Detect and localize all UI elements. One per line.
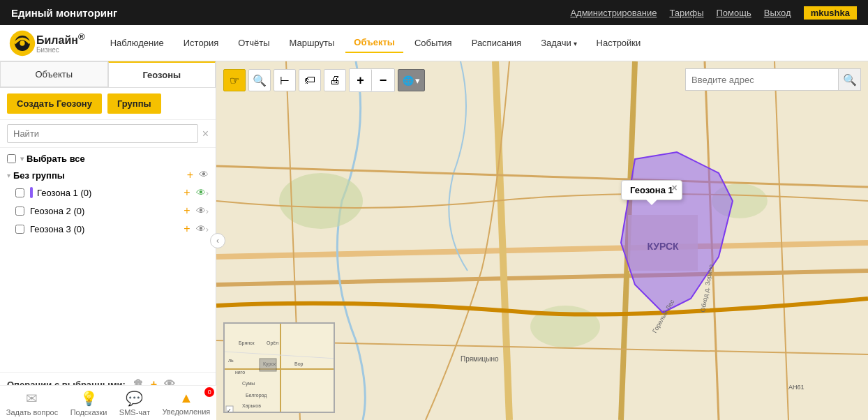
geozone2-label: Геозона 2 (0) bbox=[30, 206, 184, 216]
tooltip-close-button[interactable]: × bbox=[672, 182, 678, 193]
svg-text:✓: ✓ bbox=[227, 407, 232, 413]
group-no-group: ▾ Без группы + 👁 bbox=[0, 167, 216, 183]
search-input[interactable] bbox=[7, 124, 198, 143]
footer-hints[interactable]: 💡 Подсказки bbox=[70, 390, 107, 417]
user-badge[interactable]: mkushka bbox=[804, 6, 857, 20]
nav-reports[interactable]: Отчёты bbox=[230, 33, 278, 52]
tag-tool-button[interactable]: 🏷 bbox=[299, 69, 321, 91]
nav-objects[interactable]: Объекты bbox=[345, 33, 403, 53]
svg-text:Орёл: Орёл bbox=[267, 340, 278, 346]
nav-routes[interactable]: Маршруты bbox=[281, 33, 343, 52]
group-eye-icon[interactable]: 👁 bbox=[199, 169, 209, 181]
select-all-row: ▾ Выбрать все bbox=[0, 151, 216, 167]
top-bar: Единый мониторинг Администрирование Тари… bbox=[0, 0, 868, 25]
geozone3-label: Геозона 3 (0) bbox=[30, 224, 184, 234]
logout-link[interactable]: Выход bbox=[764, 8, 791, 18]
svg-point-2 bbox=[20, 40, 24, 45]
pointer-tool-button[interactable]: ☞ bbox=[223, 69, 246, 91]
sidebar-tabs: Объекты Геозоны bbox=[0, 61, 216, 88]
layer-arrow-icon: ▾ bbox=[415, 75, 420, 86]
svg-text:Харьков: Харьков bbox=[242, 403, 261, 409]
svg-text:ль: ль bbox=[228, 358, 234, 363]
svg-text:АН61: АН61 bbox=[788, 384, 805, 391]
tariff-link[interactable]: Тарифы bbox=[669, 8, 703, 18]
footer-notifications[interactable]: ▲ 0 Уведомления bbox=[162, 390, 210, 416]
group-label: Без группы bbox=[13, 170, 65, 181]
geozone2-checkbox[interactable] bbox=[15, 207, 24, 216]
top-bar-right: Администрирование Тарифы Помощь Выход mk… bbox=[570, 6, 857, 20]
logo-area: Билайн® Бизнес bbox=[8, 29, 85, 57]
sms-chat-icon: 💬 bbox=[126, 390, 143, 407]
footer-ask-question[interactable]: ✉ Задать вопрос bbox=[6, 390, 58, 417]
mini-map: Брянск Орёл ль ниго Курск Вор Сумы Белго… bbox=[223, 322, 335, 413]
zoom-tool-button[interactable]: 🔍 bbox=[248, 69, 271, 91]
group-add-icon[interactable]: + bbox=[187, 169, 193, 181]
tooltip-label: Геозона 1 bbox=[630, 185, 673, 195]
search-clear-button[interactable]: × bbox=[202, 128, 209, 140]
svg-text:ниго: ниго bbox=[235, 370, 245, 375]
geozone2-chevron-icon[interactable]: › bbox=[206, 206, 209, 216]
geozone-tooltip: × Геозона 1 bbox=[621, 180, 682, 200]
create-geozone-button[interactable]: Создать Геозону bbox=[7, 93, 102, 114]
zoom-controls: + − bbox=[349, 68, 395, 92]
sidebar: Объекты Геозоны Создать Геозону Группы ×… bbox=[0, 61, 216, 420]
tree-area: ▾ Выбрать все ▾ Без группы + 👁 Геозона 1… bbox=[0, 148, 216, 372]
svg-rect-40 bbox=[260, 359, 276, 371]
ruler-tool-button[interactable]: ⊢ bbox=[274, 69, 296, 91]
search-row: × bbox=[0, 120, 216, 148]
svg-text:Белгород: Белгород bbox=[246, 393, 267, 398]
geozone2-add-icon[interactable]: + bbox=[184, 204, 190, 217]
list-item[interactable]: Геозона 3 (0) + 👁 › bbox=[0, 220, 216, 238]
map-search-button[interactable]: 🔍 bbox=[839, 68, 861, 91]
map-search: 🔍 bbox=[685, 68, 861, 91]
beeline-logo-icon bbox=[8, 29, 36, 57]
geozone3-eye-icon[interactable]: 👁 bbox=[196, 223, 206, 234]
zoom-out-button[interactable]: − bbox=[372, 69, 394, 91]
list-item[interactable]: Геозона 2 (0) + 👁 › bbox=[0, 202, 216, 220]
geozone3-add-icon[interactable]: + bbox=[184, 223, 190, 235]
map-area[interactable]: КУРСК Курчатов Курское Прямицыно АН61 Р1… bbox=[216, 61, 868, 420]
layer-icon: 🌐 bbox=[403, 75, 414, 86]
print-tool-button[interactable]: 🖨 bbox=[324, 69, 346, 91]
map-toolbar: ☞ 🔍 ⊢ 🏷 🖨 + − 🌐 ▾ bbox=[223, 68, 425, 92]
sidebar-collapse-button[interactable]: ‹ bbox=[210, 233, 225, 248]
nav-history[interactable]: История bbox=[175, 33, 227, 52]
groups-button[interactable]: Группы bbox=[107, 93, 161, 114]
ask-question-icon: ✉ bbox=[26, 390, 38, 407]
geozone1-add-icon[interactable]: + bbox=[184, 186, 190, 199]
zoom-in-button[interactable]: + bbox=[350, 69, 372, 91]
list-item[interactable]: Геозона 1 (0) + 👁 › bbox=[0, 183, 216, 202]
svg-text:Прямицыно: Прямицыно bbox=[461, 355, 499, 363]
geozone1-eye-icon[interactable]: 👁 bbox=[196, 187, 206, 198]
geozone1-checkbox[interactable] bbox=[15, 188, 24, 197]
geozone2-eye-icon[interactable]: 👁 bbox=[196, 205, 206, 216]
geozone1-chevron-icon[interactable]: › bbox=[206, 188, 209, 198]
geozone1-color-bar bbox=[30, 187, 33, 198]
map-search-input[interactable] bbox=[685, 68, 839, 91]
geozone3-chevron-icon[interactable]: › bbox=[206, 224, 209, 234]
footer-bar: ✉ Задать вопрос 💡 Подсказки 💬 SMS-чат ▲ … bbox=[0, 385, 216, 420]
select-all-label: Выбрать все bbox=[27, 153, 85, 164]
nav-settings[interactable]: Настройки bbox=[588, 33, 650, 52]
hints-icon: 💡 bbox=[80, 390, 98, 407]
layer-selector-button[interactable]: 🌐 ▾ bbox=[398, 69, 425, 91]
nav-schedule[interactable]: Расписания bbox=[463, 33, 530, 52]
footer-sms-chat[interactable]: 💬 SMS-чат bbox=[119, 390, 150, 417]
notifications-badge: 0 bbox=[204, 387, 214, 397]
main-content: Объекты Геозоны Создать Геозону Группы ×… bbox=[0, 61, 868, 420]
geozone3-checkbox[interactable] bbox=[15, 225, 24, 234]
logo-text-area: Билайн® Бизнес bbox=[36, 32, 85, 54]
svg-text:Вор: Вор bbox=[294, 361, 304, 367]
notifications-icon: ▲ bbox=[179, 390, 193, 406]
nav-tasks[interactable]: Задачи bbox=[532, 33, 585, 52]
sidebar-action-buttons: Создать Геозону Группы bbox=[0, 88, 216, 120]
tab-geozones[interactable]: Геозоны bbox=[108, 61, 216, 87]
select-all-checkbox[interactable] bbox=[7, 154, 16, 163]
tab-objects[interactable]: Объекты bbox=[0, 61, 108, 87]
geozone1-label: Геозона 1 (0) bbox=[37, 188, 184, 198]
help-link[interactable]: Помощь bbox=[717, 8, 751, 18]
app-title: Единый мониторинг bbox=[11, 7, 117, 19]
admin-link[interactable]: Администрирование bbox=[570, 8, 657, 18]
nav-observation[interactable]: Наблюдение bbox=[102, 33, 172, 52]
nav-events[interactable]: События bbox=[406, 33, 461, 52]
